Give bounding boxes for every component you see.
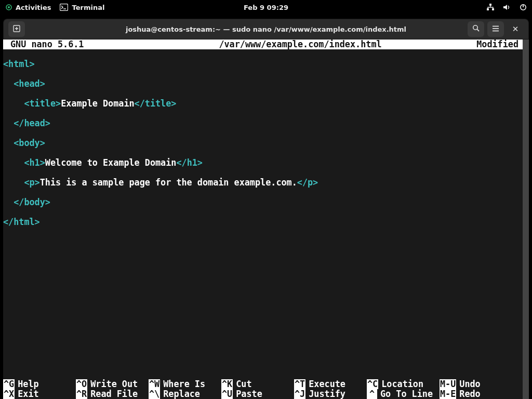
code: This is a sample page for the domain exa… (40, 177, 297, 188)
shortcut-key: ^G (3, 379, 15, 389)
nano-shortcut-bar: ^GHelp ^OWrite Out ^WWhere Is ^KCut ^TEx… (3, 379, 516, 399)
code: <h1> (3, 157, 45, 168)
svg-rect-2 (60, 4, 68, 11)
shortcut-label: Justify (305, 389, 345, 399)
code: </head> (3, 118, 50, 128)
terminal-headerbar: joshua@centos-stream:~ — sudo nano /var/… (3, 19, 529, 39)
new-tab-button[interactable] (8, 21, 25, 37)
svg-rect-5 (487, 8, 489, 10)
code: </body> (3, 197, 50, 207)
svg-line-13 (477, 29, 479, 31)
svg-point-1 (8, 6, 10, 8)
nano-status: Modified (460, 39, 523, 49)
code: </p> (297, 177, 318, 188)
nano-title-bar: GNU nano 5.6.1 /var/www/example.com/inde… (3, 39, 523, 49)
code: <head> (3, 78, 45, 89)
svg-rect-4 (489, 4, 491, 6)
shortcut-label: Where Is (160, 379, 205, 389)
code: </html> (3, 217, 40, 227)
hamburger-icon (492, 25, 499, 33)
code: </h1> (176, 157, 203, 168)
shortcut-label: Read File (87, 389, 138, 399)
svg-point-12 (473, 25, 477, 30)
shortcut-row-1: ^GHelp ^OWrite Out ^WWhere Is ^KCut ^TEx… (3, 379, 516, 389)
shortcut-key: M-U (440, 379, 456, 389)
clock[interactable]: Feb 9 09:29 (244, 4, 288, 11)
shortcut-label: Go To Line (377, 389, 433, 399)
search-icon (472, 24, 480, 34)
shortcut-label: Cut (233, 379, 251, 389)
shortcut-key: ^K (221, 379, 233, 389)
shortcut-key: ^ (367, 389, 377, 399)
code: <body> (3, 138, 45, 148)
activities-label: Activities (16, 4, 51, 11)
shortcut-key: ^O (76, 379, 87, 389)
shortcut-label: Undo (456, 379, 480, 389)
terminal-scrollbar[interactable] (523, 39, 529, 399)
system-tray[interactable] (486, 4, 527, 11)
shortcut-key: ^J (294, 389, 305, 399)
shortcut-label: Exit (15, 389, 38, 399)
shortcut-label: Help (15, 379, 38, 389)
power-icon (520, 4, 527, 11)
close-icon: ✕ (512, 24, 519, 34)
new-tab-icon (12, 24, 21, 34)
shortcut-key: ^T (294, 379, 305, 389)
close-button[interactable]: ✕ (507, 21, 524, 37)
network-icon (486, 4, 495, 11)
shortcut-key: M-E (440, 389, 456, 399)
shortcut-key: ^U (221, 389, 233, 399)
shortcut-key: ^W (149, 379, 160, 389)
terminal[interactable]: GNU nano 5.6.1 /var/www/example.com/inde… (3, 39, 529, 399)
code: Example Domain (61, 98, 134, 109)
gnome-top-bar: Activities Terminal Feb 9 09:29 (0, 0, 532, 15)
shortcut-row-2: ^XExit ^RRead File ^\Replace ^UPaste ^JJ… (3, 389, 516, 399)
activities-button[interactable]: Activities (5, 4, 51, 11)
shortcut-key: ^\ (149, 389, 160, 399)
shortcut-label: Execute (305, 379, 345, 389)
shortcut-key: ^R (76, 389, 87, 399)
shortcut-key: ^X (3, 389, 15, 399)
shortcut-label: Write Out (87, 379, 138, 389)
clock-label: Feb 9 09:29 (244, 4, 288, 11)
nano-editor[interactable]: <html> <head> <title>Example Domain</tit… (3, 49, 523, 247)
menu-button[interactable] (487, 21, 504, 37)
terminal-icon (60, 4, 68, 11)
code: </title> (135, 98, 177, 109)
code: <html> (3, 59, 35, 69)
shortcut-key: ^C (367, 379, 378, 389)
shortcut-label: Location (378, 379, 423, 389)
shortcut-label: Paste (233, 389, 262, 399)
code: <p> (3, 177, 40, 188)
shortcut-label: Redo (456, 389, 480, 399)
terminal-inner: GNU nano 5.6.1 /var/www/example.com/inde… (3, 39, 523, 399)
active-app-indicator[interactable]: Terminal (60, 4, 105, 11)
shortcut-label: Replace (160, 389, 200, 399)
nano-filepath: /var/www/example.com/index.html (140, 39, 460, 49)
window-title: joshua@centos-stream:~ — sudo nano /var/… (126, 25, 406, 33)
code: <title> (3, 98, 61, 109)
volume-icon (503, 4, 511, 11)
active-app-label: Terminal (72, 4, 105, 11)
activities-icon (5, 4, 12, 11)
svg-rect-6 (492, 8, 494, 10)
search-button[interactable] (468, 21, 484, 37)
nano-version: GNU nano 5.6.1 (5, 39, 140, 49)
code: Welcome to Example Domain (45, 157, 177, 168)
